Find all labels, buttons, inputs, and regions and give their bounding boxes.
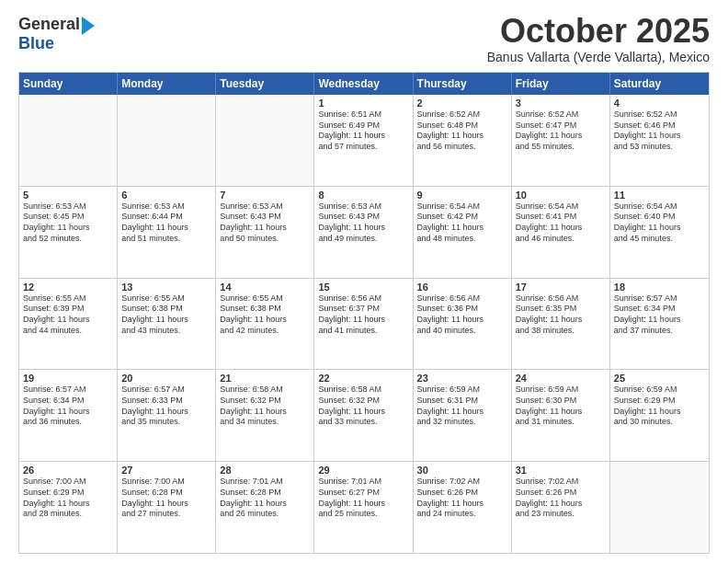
day-number: 22 bbox=[318, 373, 408, 384]
day-info: Sunrise: 6:52 AM Sunset: 6:48 PM Dayligh… bbox=[417, 109, 507, 153]
header-saturday: Saturday bbox=[610, 73, 709, 95]
day-info: Sunrise: 7:02 AM Sunset: 6:26 PM Dayligh… bbox=[417, 477, 507, 520]
day-info: Sunrise: 6:59 AM Sunset: 6:31 PM Dayligh… bbox=[417, 385, 507, 428]
logo-general-text: General bbox=[18, 15, 80, 34]
day-number: 3 bbox=[516, 98, 606, 109]
day-info: Sunrise: 7:00 AM Sunset: 6:28 PM Dayligh… bbox=[121, 477, 211, 520]
day-number: 1 bbox=[318, 98, 408, 109]
cal-cell-0-2 bbox=[216, 95, 314, 186]
day-number: 30 bbox=[417, 465, 507, 476]
title-block: October 2025 Banus Vallarta (Verde Valla… bbox=[487, 15, 710, 64]
calendar-body: 1Sunrise: 6:51 AM Sunset: 6:49 PM Daylig… bbox=[19, 95, 709, 553]
day-info: Sunrise: 6:52 AM Sunset: 6:47 PM Dayligh… bbox=[516, 109, 606, 153]
day-info: Sunrise: 6:57 AM Sunset: 6:33 PM Dayligh… bbox=[121, 385, 211, 428]
cal-cell-1-6: 11Sunrise: 6:54 AM Sunset: 6:40 PM Dayli… bbox=[610, 187, 709, 278]
day-info: Sunrise: 6:52 AM Sunset: 6:46 PM Dayligh… bbox=[614, 109, 705, 153]
cal-cell-4-6 bbox=[610, 462, 709, 553]
day-number: 29 bbox=[318, 465, 408, 476]
cal-cell-3-6: 25Sunrise: 6:59 AM Sunset: 6:29 PM Dayli… bbox=[610, 370, 709, 461]
day-number: 31 bbox=[516, 465, 606, 476]
cal-cell-4-2: 28Sunrise: 7:01 AM Sunset: 6:28 PM Dayli… bbox=[216, 462, 314, 553]
day-number: 11 bbox=[614, 190, 705, 201]
day-number: 17 bbox=[516, 282, 606, 293]
week-row-1: 5Sunrise: 6:53 AM Sunset: 6:45 PM Daylig… bbox=[19, 187, 709, 279]
header-sunday: Sunday bbox=[19, 73, 118, 95]
cal-cell-1-0: 5Sunrise: 6:53 AM Sunset: 6:45 PM Daylig… bbox=[19, 187, 118, 278]
cal-cell-3-1: 20Sunrise: 6:57 AM Sunset: 6:33 PM Dayli… bbox=[118, 370, 216, 461]
day-info: Sunrise: 6:54 AM Sunset: 6:42 PM Dayligh… bbox=[417, 201, 507, 245]
day-info: Sunrise: 6:53 AM Sunset: 6:43 PM Dayligh… bbox=[220, 201, 310, 245]
day-number: 5 bbox=[23, 190, 113, 201]
logo-blue-text: Blue bbox=[18, 34, 54, 53]
day-info: Sunrise: 6:51 AM Sunset: 6:49 PM Dayligh… bbox=[318, 109, 408, 153]
cal-cell-2-5: 17Sunrise: 6:56 AM Sunset: 6:35 PM Dayli… bbox=[512, 279, 610, 370]
cal-cell-1-4: 9Sunrise: 6:54 AM Sunset: 6:42 PM Daylig… bbox=[414, 187, 512, 278]
day-number: 21 bbox=[220, 373, 310, 384]
logo: General Blue bbox=[18, 15, 95, 53]
day-number: 15 bbox=[318, 282, 408, 293]
day-info: Sunrise: 6:54 AM Sunset: 6:41 PM Dayligh… bbox=[516, 201, 606, 245]
day-info: Sunrise: 6:59 AM Sunset: 6:29 PM Dayligh… bbox=[614, 385, 705, 428]
day-number: 6 bbox=[121, 190, 211, 201]
day-number: 20 bbox=[121, 373, 211, 384]
day-info: Sunrise: 6:58 AM Sunset: 6:32 PM Dayligh… bbox=[220, 385, 310, 428]
day-info: Sunrise: 7:02 AM Sunset: 6:26 PM Dayligh… bbox=[516, 477, 606, 520]
cal-cell-2-0: 12Sunrise: 6:55 AM Sunset: 6:39 PM Dayli… bbox=[19, 279, 118, 370]
day-info: Sunrise: 6:58 AM Sunset: 6:32 PM Dayligh… bbox=[318, 385, 408, 428]
day-info: Sunrise: 6:57 AM Sunset: 6:34 PM Dayligh… bbox=[23, 385, 113, 428]
cal-cell-3-3: 22Sunrise: 6:58 AM Sunset: 6:32 PM Dayli… bbox=[314, 370, 413, 461]
header-friday: Friday bbox=[512, 73, 610, 95]
cal-cell-2-2: 14Sunrise: 6:55 AM Sunset: 6:38 PM Dayli… bbox=[216, 279, 314, 370]
day-info: Sunrise: 6:59 AM Sunset: 6:30 PM Dayligh… bbox=[516, 385, 606, 428]
day-number: 28 bbox=[220, 465, 310, 476]
logo-arrow-icon bbox=[82, 17, 95, 35]
day-number: 7 bbox=[220, 190, 310, 201]
day-number: 25 bbox=[614, 373, 705, 384]
page: General Blue October 2025 Banus Vallarta… bbox=[0, 0, 728, 563]
week-row-0: 1Sunrise: 6:51 AM Sunset: 6:49 PM Daylig… bbox=[19, 95, 709, 187]
cal-cell-3-0: 19Sunrise: 6:57 AM Sunset: 6:34 PM Dayli… bbox=[19, 370, 118, 461]
header-thursday: Thursday bbox=[414, 73, 512, 95]
day-number: 23 bbox=[417, 373, 507, 384]
cal-cell-3-5: 24Sunrise: 6:59 AM Sunset: 6:30 PM Dayli… bbox=[512, 370, 610, 461]
day-number: 14 bbox=[220, 282, 310, 293]
cal-cell-1-5: 10Sunrise: 6:54 AM Sunset: 6:41 PM Dayli… bbox=[512, 187, 610, 278]
month-title: October 2025 bbox=[487, 15, 710, 48]
header-wednesday: Wednesday bbox=[314, 73, 413, 95]
day-info: Sunrise: 6:56 AM Sunset: 6:37 PM Dayligh… bbox=[318, 293, 408, 337]
cal-cell-2-1: 13Sunrise: 6:55 AM Sunset: 6:38 PM Dayli… bbox=[118, 279, 216, 370]
day-number: 13 bbox=[121, 282, 211, 293]
calendar: Sunday Monday Tuesday Wednesday Thursday… bbox=[18, 72, 710, 554]
cal-cell-4-3: 29Sunrise: 7:01 AM Sunset: 6:27 PM Dayli… bbox=[314, 462, 413, 553]
header-tuesday: Tuesday bbox=[216, 73, 314, 95]
location-title: Banus Vallarta (Verde Vallarta), Mexico bbox=[487, 50, 710, 64]
day-info: Sunrise: 6:54 AM Sunset: 6:40 PM Dayligh… bbox=[614, 201, 705, 245]
day-info: Sunrise: 6:53 AM Sunset: 6:43 PM Dayligh… bbox=[318, 201, 408, 245]
cal-cell-2-3: 15Sunrise: 6:56 AM Sunset: 6:37 PM Dayli… bbox=[314, 279, 413, 370]
week-row-4: 26Sunrise: 7:00 AM Sunset: 6:29 PM Dayli… bbox=[19, 462, 709, 553]
day-info: Sunrise: 6:53 AM Sunset: 6:45 PM Dayligh… bbox=[23, 201, 113, 245]
day-number: 10 bbox=[516, 190, 606, 201]
calendar-header: Sunday Monday Tuesday Wednesday Thursday… bbox=[19, 73, 709, 95]
day-number: 2 bbox=[417, 98, 507, 109]
week-row-3: 19Sunrise: 6:57 AM Sunset: 6:34 PM Dayli… bbox=[19, 370, 709, 462]
day-info: Sunrise: 7:01 AM Sunset: 6:28 PM Dayligh… bbox=[220, 477, 310, 520]
day-info: Sunrise: 6:55 AM Sunset: 6:38 PM Dayligh… bbox=[121, 293, 211, 337]
day-number: 27 bbox=[121, 465, 211, 476]
day-number: 16 bbox=[417, 282, 507, 293]
day-info: Sunrise: 6:53 AM Sunset: 6:44 PM Dayligh… bbox=[121, 201, 211, 245]
day-number: 9 bbox=[417, 190, 507, 201]
day-number: 4 bbox=[614, 98, 705, 109]
cal-cell-2-6: 18Sunrise: 6:57 AM Sunset: 6:34 PM Dayli… bbox=[610, 279, 709, 370]
day-info: Sunrise: 6:55 AM Sunset: 6:38 PM Dayligh… bbox=[220, 293, 310, 337]
week-row-2: 12Sunrise: 6:55 AM Sunset: 6:39 PM Dayli… bbox=[19, 279, 709, 371]
cal-cell-4-0: 26Sunrise: 7:00 AM Sunset: 6:29 PM Dayli… bbox=[19, 462, 118, 553]
day-number: 26 bbox=[23, 465, 113, 476]
day-number: 18 bbox=[614, 282, 705, 293]
day-number: 12 bbox=[23, 282, 113, 293]
day-info: Sunrise: 6:55 AM Sunset: 6:39 PM Dayligh… bbox=[23, 293, 113, 337]
header: General Blue October 2025 Banus Vallarta… bbox=[18, 15, 710, 64]
cal-cell-4-5: 31Sunrise: 7:02 AM Sunset: 6:26 PM Dayli… bbox=[512, 462, 610, 553]
cal-cell-3-2: 21Sunrise: 6:58 AM Sunset: 6:32 PM Dayli… bbox=[216, 370, 314, 461]
cal-cell-1-2: 7Sunrise: 6:53 AM Sunset: 6:43 PM Daylig… bbox=[216, 187, 314, 278]
